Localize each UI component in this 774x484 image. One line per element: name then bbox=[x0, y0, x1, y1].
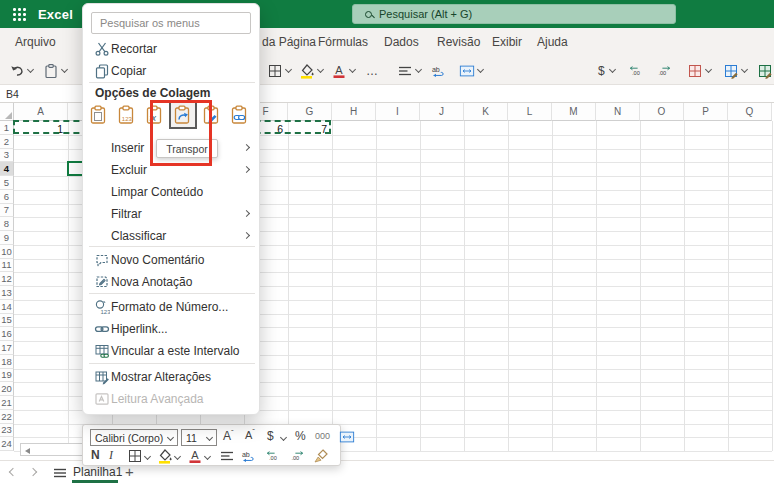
alignment-dropdown-icon[interactable] bbox=[415, 66, 422, 73]
column-header-I[interactable]: I bbox=[376, 103, 420, 121]
merge-cells-button[interactable] bbox=[458, 62, 475, 79]
row-header-7[interactable]: 7 bbox=[0, 204, 14, 218]
bold-button[interactable]: N bbox=[91, 448, 100, 462]
column-header-L[interactable]: L bbox=[508, 103, 552, 121]
waffle-menu-icon[interactable] bbox=[13, 8, 16, 11]
column-header-M[interactable]: M bbox=[552, 103, 596, 121]
mini-currency-button[interactable]: $ bbox=[267, 429, 274, 443]
menu-item-filtrar[interactable]: Filtrar bbox=[83, 204, 261, 225]
paste-option-colar[interactable] bbox=[87, 103, 111, 127]
grow-font-button[interactable]: Aˆ bbox=[223, 429, 234, 443]
menu-item-vincular-a-este-intervalo[interactable]: Vincular a este Intervalo bbox=[83, 341, 261, 362]
menu-item-nova-anotação[interactable]: Nova Anotação bbox=[83, 272, 261, 293]
tab-exibir[interactable]: Exibir bbox=[492, 35, 522, 49]
comma-style-button[interactable]: 000 bbox=[315, 431, 330, 441]
undo-dropdown-icon[interactable] bbox=[27, 66, 34, 73]
mini-borders-dropdown-icon[interactable] bbox=[144, 453, 151, 460]
fill-color-button[interactable] bbox=[298, 62, 315, 79]
paste-option-colar-formatacao[interactable] bbox=[200, 103, 224, 127]
global-search-box[interactable]: Pesquisar (Alt + G) bbox=[352, 4, 676, 24]
menu-search-input[interactable] bbox=[91, 12, 251, 34]
mini-merge-button[interactable] bbox=[339, 429, 355, 445]
row-header-2[interactable]: 2 bbox=[0, 135, 14, 149]
row-header-21[interactable]: 21 bbox=[0, 396, 14, 410]
tab-arquivo[interactable]: Arquivo bbox=[15, 35, 56, 49]
undo-button[interactable] bbox=[8, 62, 25, 79]
row-header-8[interactable]: 8 bbox=[0, 217, 14, 231]
row-header-12[interactable]: 12 bbox=[0, 272, 14, 286]
menu-item-novo-comentário[interactable]: Novo Comentário bbox=[83, 250, 261, 271]
paste-option-colar-vinculo[interactable] bbox=[228, 103, 252, 127]
select-all-corner[interactable] bbox=[0, 103, 14, 121]
column-header-P[interactable]: P bbox=[684, 103, 728, 121]
tab-da-p-gina[interactable]: da Página bbox=[262, 35, 316, 49]
row-header-10[interactable]: 10 bbox=[0, 245, 14, 259]
percent-style-button[interactable]: % bbox=[295, 429, 306, 443]
mini-decrease-decimal-button[interactable]: .00 bbox=[289, 448, 305, 464]
row-header-15[interactable]: 15 bbox=[0, 314, 14, 328]
more-options-button[interactable]: … bbox=[366, 64, 378, 78]
sheet-prev-icon[interactable] bbox=[9, 468, 17, 476]
column-header-Q[interactable]: Q bbox=[728, 103, 772, 121]
cell-A1[interactable]: 1 bbox=[16, 123, 63, 135]
menu-item-recortar[interactable]: Recortar bbox=[83, 39, 261, 60]
paste-option-colar-formulas[interactable]: fx bbox=[143, 103, 167, 127]
menu-item-excluir[interactable]: Excluir bbox=[83, 160, 261, 181]
row-header-22[interactable]: 22 bbox=[0, 410, 14, 424]
paste-option-colar-valores[interactable]: 123 bbox=[115, 103, 139, 127]
mini-font-color-button[interactable]: A bbox=[187, 448, 203, 464]
row-header-23[interactable]: 23 bbox=[0, 424, 14, 438]
paste-button[interactable] bbox=[42, 62, 59, 79]
mini-borders-button[interactable] bbox=[127, 448, 143, 464]
column-header-K[interactable]: K bbox=[464, 103, 508, 121]
decrease-decimal-button[interactable]: .00 bbox=[654, 62, 674, 79]
font-name-select[interactable]: Calibri (Corpo) bbox=[90, 429, 178, 446]
paste-dropdown-icon[interactable] bbox=[61, 66, 68, 73]
menu-item-formato-de-número-[interactable]: 123Formato de Número... bbox=[83, 297, 261, 318]
font-size-select[interactable]: 11 bbox=[181, 429, 217, 446]
column-header-J[interactable]: J bbox=[420, 103, 464, 121]
tab-revis-o[interactable]: Revisão bbox=[437, 35, 480, 49]
font-color-dropdown-icon[interactable] bbox=[349, 66, 356, 73]
tab-ajuda[interactable]: Ajuda bbox=[537, 35, 568, 49]
borders-dropdown-icon[interactable] bbox=[285, 66, 292, 73]
row-header-19[interactable]: 19 bbox=[0, 369, 14, 383]
row-header-9[interactable]: 9 bbox=[0, 231, 14, 245]
row-header-16[interactable]: 16 bbox=[0, 327, 14, 341]
row-header-4[interactable]: 4 bbox=[0, 162, 14, 176]
format-as-table-dropdown-icon[interactable] bbox=[741, 66, 748, 73]
column-header-A[interactable]: A bbox=[14, 103, 68, 121]
wrap-text-button[interactable]: ab bbox=[430, 62, 447, 79]
paste-option-transpor[interactable] bbox=[171, 103, 195, 127]
column-header-G[interactable]: G bbox=[288, 103, 332, 121]
row-header-17[interactable]: 17 bbox=[0, 341, 14, 355]
format-as-table-button[interactable] bbox=[722, 62, 739, 79]
menu-item-copiar[interactable]: Copiar bbox=[83, 61, 261, 82]
cell-styles-button[interactable] bbox=[756, 62, 773, 79]
mini-fill-button[interactable] bbox=[157, 448, 173, 464]
currency-dropdown-icon[interactable] bbox=[609, 66, 616, 73]
menu-item-hiperlink-[interactable]: Hiperlink... bbox=[83, 319, 261, 340]
row-header-13[interactable]: 13 bbox=[0, 286, 14, 300]
row-header-24[interactable]: 24 bbox=[0, 437, 14, 451]
borders-button[interactable] bbox=[266, 62, 283, 79]
row-header-11[interactable]: 11 bbox=[0, 259, 14, 273]
column-header-O[interactable]: O bbox=[640, 103, 684, 121]
currency-button[interactable]: $ bbox=[598, 64, 605, 78]
increase-decimal-button[interactable]: .00 bbox=[626, 62, 646, 79]
menu-item-classificar[interactable]: Classificar bbox=[83, 226, 261, 247]
tab-dados[interactable]: Dados bbox=[384, 35, 419, 49]
row-header-3[interactable]: 3 bbox=[0, 149, 14, 163]
menu-item-mostrar-alterações[interactable]: Mostrar Alterações bbox=[83, 367, 261, 388]
row-header-14[interactable]: 14 bbox=[0, 300, 14, 314]
tab-f-rmulas[interactable]: Fórmulas bbox=[318, 35, 368, 49]
italic-button[interactable]: I bbox=[109, 448, 113, 463]
menu-item-limpar-conteúdo[interactable]: Limpar Conteúdo bbox=[83, 182, 261, 203]
sheet-next-icon[interactable] bbox=[29, 468, 37, 476]
column-header-H[interactable]: H bbox=[332, 103, 376, 121]
mini-increase-decimal-button[interactable]: .00 bbox=[265, 448, 281, 464]
sheet-tab-planilha1[interactable]: Planilha1 bbox=[73, 465, 122, 479]
row-header-1[interactable]: 1 bbox=[0, 121, 14, 135]
font-color-button[interactable]: A bbox=[330, 62, 347, 79]
alignment-button[interactable] bbox=[396, 62, 413, 79]
